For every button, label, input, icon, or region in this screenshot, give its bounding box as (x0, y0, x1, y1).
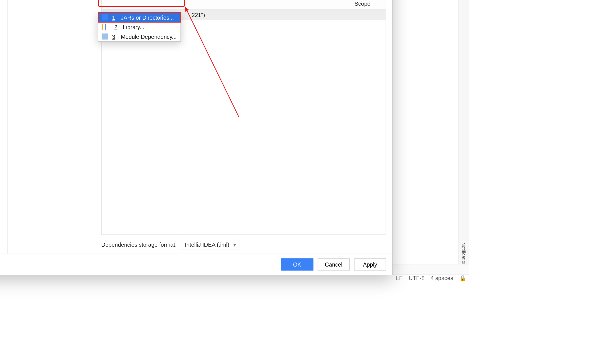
nav-global-libraries[interactable]: Global Libraries (0, 31, 7, 42)
popup-module-dependency[interactable]: 3 Module Dependency... (98, 32, 180, 41)
ok-button[interactable]: OK (281, 258, 313, 270)
modules-list-panel: ＋ − ⧉ ▾demo123 Web (8, 0, 95, 254)
chevron-down-icon: ▾ (233, 241, 236, 248)
apply-button[interactable]: Apply (354, 258, 386, 270)
settings-nav: ← → Project Settings Project Modules Lib… (0, 0, 8, 254)
module-editor: Name: Sources Paths Dependencies Module … (95, 0, 392, 254)
nav-section-platform-settings: Platform Settings (0, 9, 7, 20)
dialog-footer: ? OK Cancel Apply (0, 254, 392, 275)
nav-problems[interactable]: Problems (0, 49, 7, 60)
jar-icon (102, 14, 108, 21)
nav-sdks[interactable]: SDKs (0, 21, 7, 31)
storage-format-combobox[interactable]: IntelliJ IDEA (.iml) ▾ (181, 239, 239, 250)
add-dependency-popup: 1 JARs or Directories... 2 Library... 3 … (98, 12, 181, 42)
storage-format-label: Dependencies storage format: (101, 241, 177, 248)
popup-jars-or-directories[interactable]: 1 JARs or Directories... (98, 13, 180, 22)
popup-library[interactable]: 2 Library... (98, 22, 180, 32)
module-icon (102, 34, 108, 40)
cancel-button[interactable]: Cancel (317, 258, 350, 270)
project-structure-dialog: Project Structure ✕ ← → Project Settings… (0, 0, 393, 275)
libraries-icon (102, 24, 108, 30)
modal-backdrop: Project Structure ✕ ← → Project Settings… (0, 0, 469, 281)
nav-artifacts[interactable]: Artifacts (0, 0, 7, 9)
column-scope[interactable]: Scope (351, 0, 386, 7)
